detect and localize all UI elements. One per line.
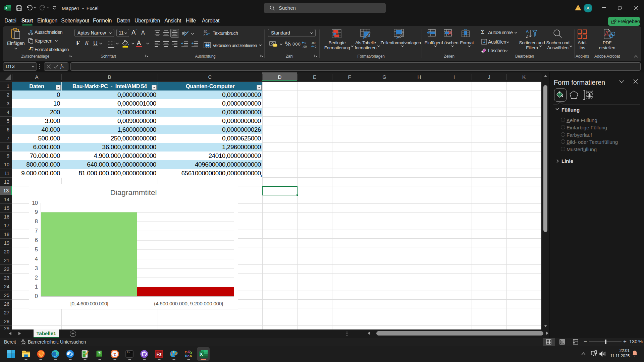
svg-text:9: 9 bbox=[35, 209, 38, 215]
svg-text:A: A bbox=[526, 29, 529, 34]
svg-text:3: 3 bbox=[35, 265, 38, 271]
svg-text:0: 0 bbox=[35, 293, 38, 299]
svg-text:4: 4 bbox=[35, 256, 38, 262]
svg-text:5: 5 bbox=[35, 246, 38, 252]
svg-text:(4.600.000.000, 9.200.000.000]: (4.600.000.000, 9.200.000.000] bbox=[154, 301, 223, 306]
svg-text:10: 10 bbox=[32, 200, 38, 206]
svg-text:7: 7 bbox=[35, 228, 38, 234]
svg-text:X: X bbox=[200, 352, 203, 357]
svg-text:?: ? bbox=[98, 352, 100, 356]
svg-text:0: 0 bbox=[305, 41, 306, 45]
svg-text:6: 6 bbox=[35, 237, 38, 243]
svg-text:8: 8 bbox=[35, 218, 38, 224]
svg-text:,00: ,00 bbox=[311, 41, 316, 45]
svg-text:X: X bbox=[5, 6, 7, 10]
svg-text:Fz: Fz bbox=[156, 352, 162, 357]
svg-text:C:\>_: C:\>_ bbox=[127, 351, 131, 353]
svg-text:1: 1 bbox=[35, 284, 38, 290]
svg-text:2: 2 bbox=[35, 275, 38, 281]
svg-text:ab: ab bbox=[204, 29, 208, 33]
svg-text:Z: Z bbox=[526, 34, 528, 39]
svg-text:ab: ab bbox=[182, 31, 186, 36]
svg-text:0: 0 bbox=[315, 45, 316, 48]
svg-text:c: c bbox=[204, 33, 205, 37]
svg-text:Diagrammtitel: Diagrammtitel bbox=[110, 188, 157, 197]
svg-text:[0, 4.600.000.000]: [0, 4.600.000.000] bbox=[70, 301, 108, 306]
svg-text:S: S bbox=[190, 354, 192, 358]
svg-text:,00: ,00 bbox=[303, 45, 307, 48]
svg-text:D: D bbox=[185, 350, 188, 354]
